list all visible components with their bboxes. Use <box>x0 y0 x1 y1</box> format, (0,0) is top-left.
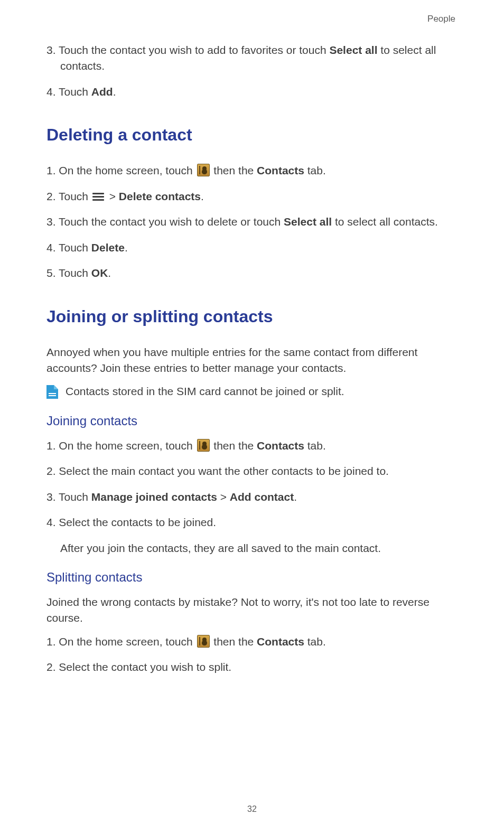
bold: Manage joined contacts <box>91 491 217 503</box>
bold: Contacts <box>257 439 304 452</box>
note-icon <box>46 385 58 399</box>
text: Touch <box>59 491 91 503</box>
step-number: 4. <box>46 241 59 254</box>
note-text: Contacts stored in the SIM card cannot b… <box>66 383 344 399</box>
deleting-step-5: 5. Touch OK. <box>46 265 458 281</box>
text: then the <box>211 164 257 176</box>
step-number: 4. <box>46 516 59 528</box>
step-number: 2. <box>46 190 59 202</box>
text: > <box>106 190 119 202</box>
text: Touch <box>59 190 91 202</box>
text: to select all contacts. <box>332 216 438 228</box>
text: Touch <box>59 241 91 254</box>
text: . <box>201 190 204 202</box>
step-number: 5. <box>46 267 59 279</box>
bold: Contacts <box>257 164 304 176</box>
text: then the <box>211 439 257 452</box>
contacts-app-icon <box>197 439 210 452</box>
step-number: 3. <box>46 216 59 228</box>
splitting-intro: Joined the wrong contacts by mistake? No… <box>46 594 458 626</box>
bold: Select all <box>284 216 332 228</box>
contacts-app-icon <box>197 164 210 176</box>
text: On the home screen, touch <box>59 164 195 176</box>
text: then the <box>211 635 257 648</box>
text: . <box>108 267 111 279</box>
bold: Select all <box>329 44 377 56</box>
deleting-step-3: 3. Touch the contact you wish to delete … <box>46 214 458 230</box>
text: Touch the contact you wish to delete or … <box>59 216 284 228</box>
note: Contacts stored in the SIM card cannot b… <box>46 383 458 399</box>
deleting-step-1: 1. On the home screen, touch then the Co… <box>46 163 458 179</box>
heading-deleting: Deleting a contact <box>46 125 458 145</box>
step-number: 2. <box>46 465 59 477</box>
deleting-step-4: 4. Touch Delete. <box>46 240 458 256</box>
deleting-step-2: 2. Touch > Delete contacts. <box>46 189 458 204</box>
text: Select the main contact you want the oth… <box>59 465 389 477</box>
text: On the home screen, touch <box>59 439 195 452</box>
joining-intro: Annoyed when you have multiple entries f… <box>46 344 458 377</box>
text: On the home screen, touch <box>59 635 195 648</box>
joining-step-2: 2. Select the main contact you want the … <box>46 463 458 479</box>
bold: Add <box>91 86 113 98</box>
step-number: 1. <box>46 439 59 452</box>
joining-step-1: 1. On the home screen, touch then the Co… <box>46 438 458 454</box>
joining-step-4: 4. Select the contacts to be joined. <box>46 514 458 530</box>
bold: OK <box>91 267 108 279</box>
text: Touch <box>59 267 91 279</box>
text: tab. <box>304 439 326 452</box>
text: Touch <box>59 86 91 98</box>
text: tab. <box>304 635 326 648</box>
splitting-step-1: 1. On the home screen, touch then the Co… <box>46 634 458 650</box>
intro-step-3: 3. Touch the contact you wish to add to … <box>46 42 458 74</box>
step-number: 1. <box>46 164 59 176</box>
text: tab. <box>304 164 326 176</box>
text: . <box>113 86 116 98</box>
page-number: 32 <box>0 804 504 814</box>
text: > <box>217 491 230 503</box>
text: Select the contacts to be joined. <box>59 516 216 528</box>
subheading-splitting: Splitting contacts <box>46 570 458 585</box>
joining-step-4-after: After you join the contacts, they are al… <box>46 540 458 556</box>
page: People 3. Touch the contact you wish to … <box>0 0 504 833</box>
contacts-app-icon <box>197 635 210 648</box>
splitting-step-2: 2. Select the contact you wish to split. <box>46 659 458 675</box>
menu-icon <box>92 193 104 201</box>
deleting-steps: 1. On the home screen, touch then the Co… <box>46 163 458 281</box>
joining-step-3: 3. Touch Manage joined contacts > Add co… <box>46 489 458 505</box>
step-number: 3. <box>46 491 59 503</box>
heading-joining-splitting: Joining or splitting contacts <box>46 307 458 326</box>
intro-step-4: 4. Touch Add. <box>46 84 458 100</box>
joining-steps: 1. On the home screen, touch then the Co… <box>46 438 458 556</box>
text: . <box>125 241 128 254</box>
step-number: 4. <box>46 86 59 98</box>
text: . <box>294 491 297 503</box>
splitting-steps: 1. On the home screen, touch then the Co… <box>46 634 458 676</box>
bold: Delete <box>91 241 125 254</box>
step-number: 1. <box>46 635 59 648</box>
bold: Delete contacts <box>119 190 201 202</box>
header-chapter: People <box>46 14 458 24</box>
intro-steps: 3. Touch the contact you wish to add to … <box>46 42 458 100</box>
bold: Add contact <box>230 491 294 503</box>
bold: Contacts <box>257 635 304 648</box>
text: Select the contact you wish to split. <box>59 661 231 673</box>
step-number: 2. <box>46 661 59 673</box>
step-number: 3. <box>46 44 59 56</box>
subheading-joining: Joining contacts <box>46 414 458 428</box>
text: Touch the contact you wish to add to fav… <box>59 44 329 56</box>
